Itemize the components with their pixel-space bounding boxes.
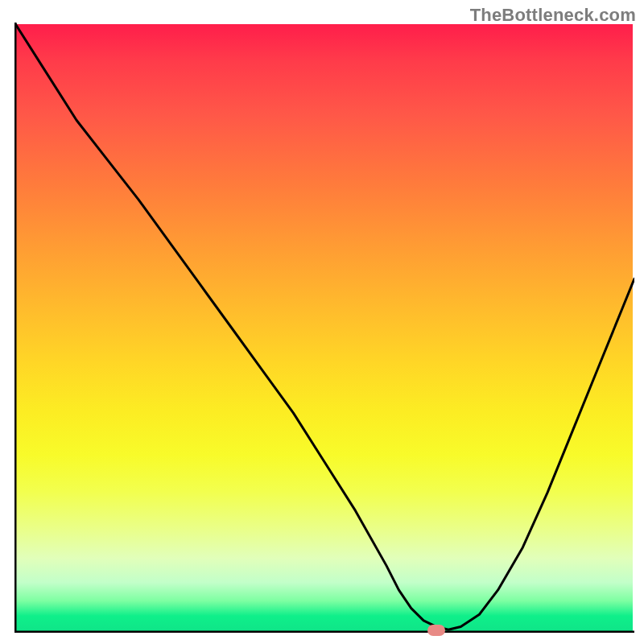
plot-area — [14, 23, 634, 633]
chart-container: TheBottleneck.com — [0, 0, 644, 644]
minimum-marker — [427, 625, 445, 636]
bottleneck-curve-path — [14, 23, 634, 630]
watermark-text: TheBottleneck.com — [470, 5, 636, 26]
curve-svg — [14, 23, 634, 633]
